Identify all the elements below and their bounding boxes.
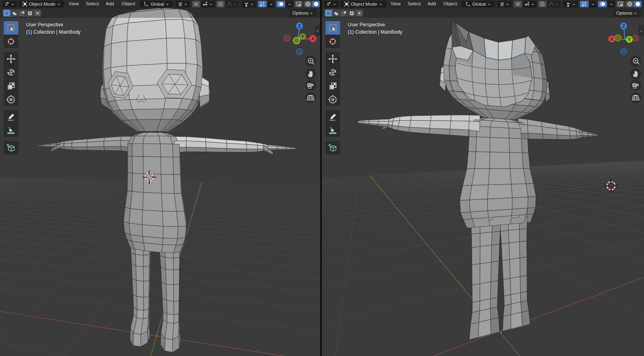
svg-text:Z: Z <box>622 24 625 28</box>
svg-text:Y: Y <box>628 37 631 42</box>
svg-text:X: X <box>610 37 613 41</box>
svg-text:Z: Z <box>298 24 301 28</box>
svg-text:X: X <box>311 36 314 41</box>
svg-text:Y: Y <box>301 34 304 39</box>
